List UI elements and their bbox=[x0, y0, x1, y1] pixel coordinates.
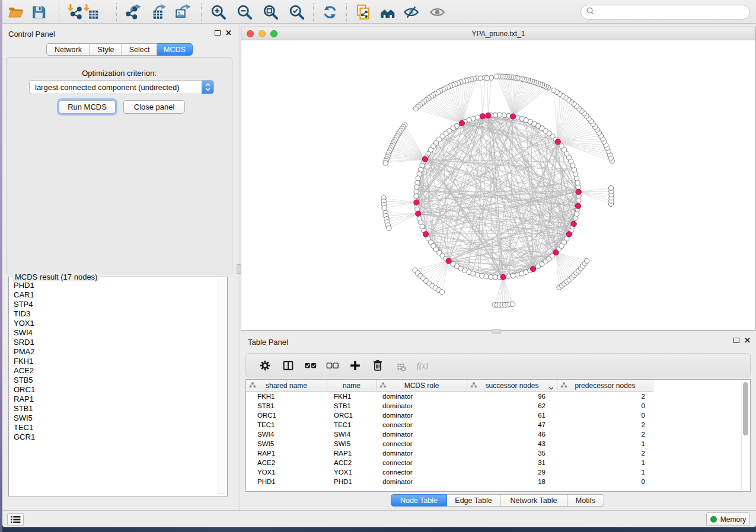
export-image-icon[interactable] bbox=[172, 2, 193, 22]
mcds-result-list[interactable]: PHD1CAR1STP4TID3YOX1SWI4SRD1PMA2FKH1ACE2… bbox=[9, 281, 218, 494]
mcds-result-item[interactable]: TEC1 bbox=[9, 423, 218, 432]
table-scrollbar-thumb[interactable] bbox=[743, 382, 748, 435]
tab-select[interactable]: Select bbox=[122, 43, 157, 56]
mcds-result-item[interactable]: SRD1 bbox=[9, 338, 218, 347]
search-input[interactable] bbox=[597, 8, 739, 17]
table-scrollbar[interactable] bbox=[741, 381, 748, 490]
cell-shared-name: YOX1 bbox=[246, 467, 327, 477]
mcds-result-item[interactable]: STB1 bbox=[9, 404, 218, 414]
table-row[interactable]: YOX1YOX1connector291 bbox=[246, 467, 742, 477]
zoom-fit-icon[interactable] bbox=[260, 2, 281, 22]
create-column-icon[interactable] bbox=[345, 356, 365, 375]
tab-motifs[interactable]: Motifs bbox=[567, 494, 604, 507]
main-toolbar bbox=[2, 0, 756, 24]
optimization-criterion-select[interactable]: largest connected component (undirected) bbox=[29, 80, 214, 94]
mcds-result-item[interactable]: GCR1 bbox=[9, 432, 218, 442]
mcds-result-item[interactable]: TID3 bbox=[9, 309, 218, 319]
mcds-result-item[interactable]: RAP1 bbox=[9, 395, 218, 404]
table-row[interactable]: ACE2ACE2connector311 bbox=[246, 458, 742, 467]
zoom-selected-icon[interactable] bbox=[286, 2, 307, 22]
memory-button[interactable]: Memory bbox=[706, 512, 750, 526]
vertical-split-divider[interactable] bbox=[238, 24, 240, 510]
network-window-titlebar[interactable]: YPA_prune.txt_1 bbox=[241, 27, 755, 40]
cell-shared-name: SWI5 bbox=[246, 439, 327, 448]
mcds-result-item[interactable]: YOX1 bbox=[9, 319, 218, 328]
tab-network-table[interactable]: Network Table bbox=[500, 494, 567, 507]
tab-network[interactable]: Network bbox=[46, 43, 90, 56]
refresh-layout-icon[interactable] bbox=[319, 2, 340, 22]
float-table-panel-icon[interactable] bbox=[733, 338, 739, 343]
cell-predecessor-nodes: 1 bbox=[557, 458, 653, 467]
cell-successor-nodes: 46 bbox=[467, 430, 557, 439]
column-header-MCDS-role[interactable]: MCDS role bbox=[377, 380, 467, 392]
search-field[interactable] bbox=[580, 5, 750, 20]
table-row[interactable]: PHD1PHD1dominator180 bbox=[246, 477, 742, 486]
optimization-criterion-value: largest connected component (undirected) bbox=[30, 83, 202, 92]
zoom-in-icon[interactable] bbox=[208, 2, 229, 22]
network-canvas[interactable] bbox=[241, 40, 755, 330]
table-row[interactable]: STB1STB1dominator620 bbox=[246, 401, 742, 411]
control-panel: Control Panel ✕ NetworkStyleSelectMCDS O… bbox=[2, 24, 238, 510]
tab-style[interactable]: Style bbox=[90, 43, 122, 56]
close-panel-icon[interactable]: ✕ bbox=[225, 30, 232, 36]
tab-edge-table[interactable]: Edge Table bbox=[447, 494, 500, 507]
mcds-result-item[interactable]: SWI5 bbox=[9, 414, 218, 423]
mcds-result-item[interactable]: CAR1 bbox=[9, 290, 218, 300]
export-table-icon[interactable] bbox=[147, 2, 168, 22]
table-row[interactable]: ORC1ORC1dominator610 bbox=[246, 411, 742, 420]
mcds-result-item[interactable]: STB5 bbox=[9, 376, 218, 385]
toggle-columns-icon[interactable] bbox=[278, 356, 298, 375]
cell-predecessor-nodes: 0 bbox=[557, 401, 653, 411]
toolbar-separator bbox=[116, 3, 117, 21]
table-row[interactable]: FKH1FKH1dominator962 bbox=[246, 392, 742, 401]
table-row[interactable]: SWI5SWI5connector431 bbox=[246, 439, 742, 448]
column-header-name[interactable]: name bbox=[327, 380, 377, 392]
export-network-icon[interactable] bbox=[122, 2, 143, 22]
task-history-button[interactable] bbox=[7, 513, 24, 526]
show-all-icon[interactable] bbox=[426, 2, 448, 22]
mcds-result-item[interactable]: ACE2 bbox=[9, 366, 218, 376]
cell-name: PHD1 bbox=[327, 477, 377, 486]
column-header-successor-nodes[interactable]: successor nodes bbox=[467, 380, 557, 392]
float-panel-icon[interactable] bbox=[215, 30, 221, 36]
import-table-icon[interactable] bbox=[80, 2, 101, 22]
tab-mcds[interactable]: MCDS bbox=[157, 43, 193, 56]
tab-node-table[interactable]: Node Table bbox=[391, 494, 447, 507]
cell-successor-nodes: 96 bbox=[467, 392, 557, 401]
mcds-result-item[interactable]: STP4 bbox=[9, 300, 218, 309]
mcds-result-item[interactable]: ORC1 bbox=[9, 385, 218, 395]
mcds-result-item[interactable]: SWI4 bbox=[9, 328, 218, 338]
new-network-from-selection-icon[interactable] bbox=[352, 2, 374, 22]
unselect-all-columns-icon[interactable] bbox=[323, 356, 343, 375]
mcds-result-item[interactable]: PMA2 bbox=[9, 347, 218, 357]
run-mcds-button[interactable]: Run MCDS bbox=[59, 100, 116, 114]
mcds-result-item[interactable]: FKH1 bbox=[9, 357, 218, 366]
table-row[interactable]: SWI4SWI4dominator462 bbox=[246, 430, 742, 439]
cell-MCDS-role: dominator bbox=[377, 477, 467, 486]
mcds-result-item[interactable]: PHD1 bbox=[9, 281, 218, 290]
open-file-icon[interactable] bbox=[5, 2, 26, 22]
hide-selected-icon[interactable] bbox=[400, 2, 422, 22]
cell-shared-name: SWI4 bbox=[246, 430, 327, 439]
table-row[interactable]: TEC1TEC1connector472 bbox=[246, 420, 742, 430]
cell-shared-name: STB1 bbox=[246, 401, 327, 411]
table-row[interactable]: RAP1RAP1dominator352 bbox=[246, 448, 742, 458]
first-neighbors-icon[interactable] bbox=[377, 2, 398, 22]
memory-label: Memory bbox=[720, 515, 746, 524]
column-header-shared-name[interactable]: shared name bbox=[246, 380, 327, 392]
close-table-panel-icon[interactable]: ✕ bbox=[744, 338, 751, 344]
close-panel-button[interactable]: Close panel bbox=[123, 100, 185, 114]
save-session-icon[interactable] bbox=[28, 2, 49, 22]
delete-columns-icon[interactable] bbox=[368, 356, 388, 375]
node-table: shared namenameMCDS rolesuccessor nodesp… bbox=[245, 379, 751, 492]
column-type-icon bbox=[470, 382, 477, 391]
zoom-out-icon[interactable] bbox=[234, 2, 255, 22]
select-all-columns-icon[interactable] bbox=[301, 356, 321, 375]
cell-shared-name: PHD1 bbox=[246, 477, 327, 486]
table-panel-title: Table Panel bbox=[248, 338, 288, 347]
cell-successor-nodes: 47 bbox=[467, 420, 557, 430]
column-header-predecessor-nodes[interactable]: predecessor nodes bbox=[557, 380, 653, 392]
table-settings-icon[interactable] bbox=[255, 356, 275, 375]
mcds-list-scrollbar[interactable] bbox=[218, 280, 225, 494]
cell-name: RAP1 bbox=[327, 448, 377, 458]
